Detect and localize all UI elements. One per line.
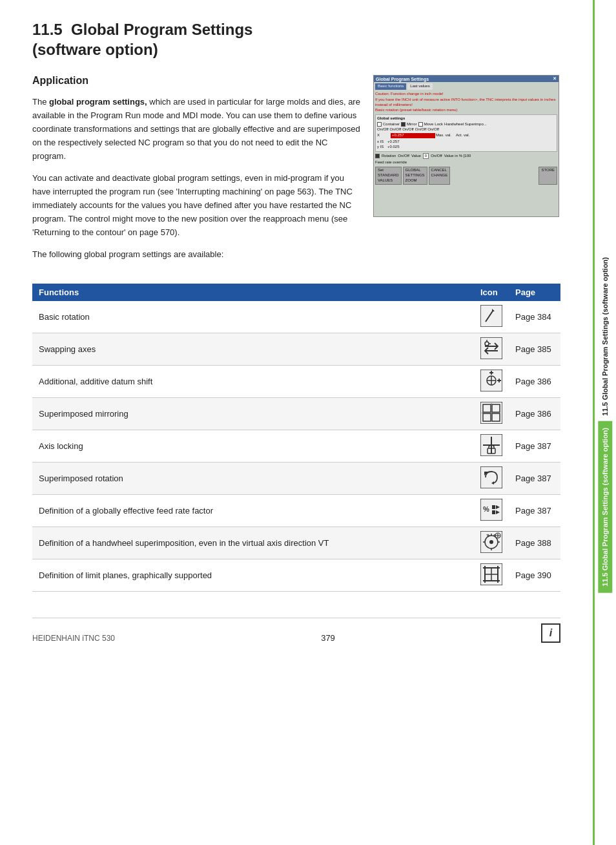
svg-rect-1 xyxy=(480,337,502,359)
table-row: Superimposed rotation Page 387 xyxy=(32,463,560,495)
sidebar-top-text: 11.5 Global Program Settings (software o… xyxy=(599,252,611,421)
table-cell-page: Page 387 xyxy=(509,430,560,463)
screenshot-value-field: 0 xyxy=(423,153,429,160)
sidebar-section-label: 11.5 Global Program Settings (software o… xyxy=(598,421,612,593)
screenshot-axis-x: X xyxy=(377,133,390,138)
footer-brand: HEIDENHAIN iTNC 530 xyxy=(32,634,115,643)
table-cell-icon xyxy=(474,301,509,333)
table-cell-icon xyxy=(474,559,509,592)
table-row: Basic rotation Page 384 xyxy=(32,301,560,333)
screenshot-body: Basic functions Last values Caution: Fun… xyxy=(374,82,559,185)
screenshot-axis-grid: X +0.257 Max. val. Act. val. xyxy=(377,133,555,138)
table-cell-page: Page 387 xyxy=(509,495,560,527)
svg-rect-0 xyxy=(480,305,502,327)
table-cell-function: Axis locking xyxy=(32,430,474,463)
screenshot-tabs: Basic functions Last values xyxy=(375,83,557,90)
table-row: Axis locking Page 387 xyxy=(32,430,560,463)
screenshot-feed-label: Value in % [100 xyxy=(444,154,471,159)
table-cell-function: Additional, additive datum shift xyxy=(32,366,474,398)
body-paragraph-2: You can activate and deactivate global p… xyxy=(32,172,360,239)
screenshot-lock-label: Lock xyxy=(435,122,443,127)
screenshot-image: Global Program Settings ✕ Basic function… xyxy=(373,75,559,217)
svg-rect-15 xyxy=(492,505,495,509)
screenshot-tab-basic: Basic functions xyxy=(375,83,406,90)
col-header-icon: Icon xyxy=(474,284,509,301)
body-paragraph-1: The global program settings, which are u… xyxy=(32,96,360,163)
screenshot-checkbox-move xyxy=(418,122,423,127)
table-row: Superimposed mirroring Page 386 xyxy=(32,398,560,430)
table-cell-icon xyxy=(474,398,509,430)
screenshot-val-x: +0.257 xyxy=(391,133,435,138)
table-cell-function: Definition of a handwheel superimpositio… xyxy=(32,527,474,559)
table-cell-page: Page 385 xyxy=(509,333,560,366)
screenshot-caution: Caution: Function change in inch mode! I… xyxy=(375,91,557,113)
screenshot-checkbox-container xyxy=(377,122,382,127)
table-row: Swapping axes Page 385 xyxy=(32,333,560,366)
main-text-column: Application The global program settings,… xyxy=(32,75,360,271)
table-cell-icon: % xyxy=(474,495,509,527)
table-header-row: Functions Icon Page xyxy=(32,284,560,301)
table-cell-page: Page 386 xyxy=(509,398,560,430)
screenshot-checkbox-mirror xyxy=(401,122,406,127)
page-footer: HEIDENHAIN iTNC 530 379 i xyxy=(32,618,560,643)
screenshot-val-row: x IS +0.257 xyxy=(377,140,555,145)
table-cell-icon xyxy=(474,527,509,559)
table-cell-function: Superimposed mirroring xyxy=(32,398,474,430)
screenshot-rotation-label: Rotation xyxy=(382,154,396,159)
screenshot-move-label: Move xyxy=(424,122,434,127)
screenshot-on-off-rotation: On/Off xyxy=(398,154,409,159)
screenshot-row-container: Container Mirror Move Lock Handwheel Sup… xyxy=(377,122,555,127)
table-cell-function: Swapping axes xyxy=(32,333,474,366)
screenshot-column: Global Program Settings ✕ Basic function… xyxy=(373,75,560,271)
svg-point-19 xyxy=(489,540,493,544)
svg-text:%: % xyxy=(483,505,489,513)
screenshot-title-text: Global Program Settings xyxy=(376,77,429,81)
screenshot-onoff-5: On/Off xyxy=(427,127,439,132)
table-row: Definition of a globally effective feed … xyxy=(32,495,560,527)
table-cell-page: Page 387 xyxy=(509,463,560,495)
screenshot-mirror-label: Mirror xyxy=(407,122,417,127)
screenshot-onoff-row: On/Off On/Off On/Off On/Off On/Off xyxy=(377,127,555,132)
screenshot-val-is: +0.257 xyxy=(387,140,400,143)
section-number: 11.5 xyxy=(32,21,63,38)
screenshot-rotation-checkbox xyxy=(375,154,380,158)
table-cell-page: Page 386 xyxy=(509,366,560,398)
table-row: Definition of a handwheel superimpositio… xyxy=(32,527,560,559)
screenshot-handwheel-label: Handwheel Superimpo... xyxy=(444,122,487,127)
screenshot-max-val-label: Max. val. xyxy=(436,133,455,138)
screenshot-buttons: SetSTANDARDVALUES GLOBALSETTINGSZOOM CAN… xyxy=(375,167,557,184)
table-cell-function: Definition of a globally effective feed … xyxy=(32,495,474,527)
screenshot-settings-box: Global settings Container Mirror Move Lo… xyxy=(375,114,557,152)
screenshot-title-bar: Global Program Settings ✕ xyxy=(374,76,559,82)
screenshot-iy-row: y IS +0.025 xyxy=(377,145,555,150)
screenshot-btn-set-standard: SetSTANDARDVALUES xyxy=(375,167,402,184)
footer-page-number: 379 xyxy=(321,633,335,643)
screenshot-rotation-section: Rotation On/Off Value 0 On/Off Value in … xyxy=(375,153,557,160)
screenshot-tab-last: Last values xyxy=(407,83,432,90)
screenshot-onoff-4: On/Off xyxy=(415,127,427,132)
application-heading: Application xyxy=(32,75,360,87)
functions-table: Functions Icon Page Basic rotation Page … xyxy=(32,284,560,592)
table-cell-icon xyxy=(474,366,509,398)
screenshot-container-label: Container xyxy=(383,122,400,127)
svg-rect-12 xyxy=(480,466,502,488)
table-cell-function: Superimposed rotation xyxy=(32,463,474,495)
screenshot-feed-rate-label: Feed rate override xyxy=(375,160,407,165)
svg-rect-16 xyxy=(492,510,495,514)
body-paragraph-3: The following global program settings ar… xyxy=(32,248,360,262)
screenshot-onoff-3: On/Off xyxy=(402,127,414,132)
right-sidebar: 11.5 Global Program Settings (software o… xyxy=(593,0,616,845)
col-header-functions: Functions xyxy=(32,284,474,301)
screenshot-iy-val: +0.025 xyxy=(387,145,400,149)
table-cell-icon xyxy=(474,333,509,366)
screenshot-is-label: x IS xyxy=(377,140,384,143)
table-cell-page: Page 388 xyxy=(509,527,560,559)
table-cell-page: Page 390 xyxy=(509,559,560,592)
table-cell-icon xyxy=(474,430,509,463)
screenshot-iy-label: y IS xyxy=(377,145,384,149)
table-body: Basic rotation Page 384Swapping axes Pag… xyxy=(32,301,560,592)
screenshot-onoff-1: On/Off xyxy=(377,127,389,132)
table-header: Functions Icon Page xyxy=(32,284,560,301)
info-icon: i xyxy=(541,623,560,643)
screenshot-act-val-label: Act. val. xyxy=(456,133,475,138)
